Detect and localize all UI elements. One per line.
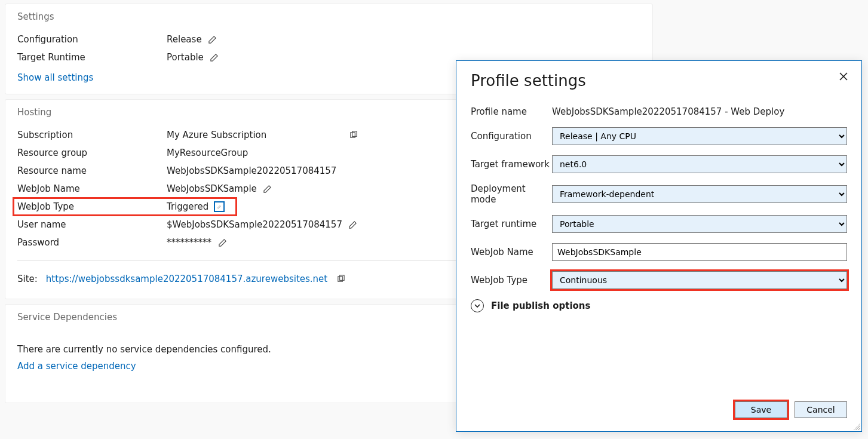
hosting-value: WebJobsSDKSample20220517084157 [167, 165, 336, 176]
dlg-label: Target framework [471, 159, 552, 170]
hosting-value: MyResourceGroup [167, 148, 248, 158]
dlg-row-webjob-name: WebJob Name [471, 243, 847, 261]
svg-rect-3 [339, 275, 344, 280]
hosting-label: User name [17, 219, 167, 230]
copy-icon[interactable] [336, 274, 345, 284]
hosting-label: WebJob Type [17, 201, 167, 212]
target-runtime-select[interactable]: Portable [552, 215, 847, 233]
settings-value: Release [167, 34, 202, 45]
add-service-dependency-link[interactable]: Add a service dependency [17, 361, 136, 372]
dlg-row-deployment-mode: Deployment mode Framework-dependent [471, 183, 847, 205]
pencil-icon[interactable] [217, 238, 227, 247]
dlg-label: WebJob Name [471, 247, 552, 257]
dlg-row-profile-name: Profile name WebJobsSDKSample20220517084… [471, 106, 847, 117]
pencil-icon[interactable] [208, 35, 217, 44]
settings-label: Configuration [17, 34, 167, 45]
svg-rect-2 [338, 276, 343, 281]
dialog-button-row: Save Cancel [735, 401, 847, 418]
hosting-label: Subscription [17, 130, 167, 140]
settings-row-configuration: Configuration Release [17, 30, 640, 48]
dlg-label: Configuration [471, 131, 552, 142]
settings-label: Target Runtime [17, 52, 167, 63]
webjob-type-select[interactable]: Continuous [552, 271, 847, 289]
svg-rect-1 [352, 131, 357, 136]
target-framework-select[interactable]: net6.0 [552, 155, 847, 173]
file-publish-options-label: File publish options [491, 300, 590, 311]
close-icon[interactable] [836, 69, 851, 84]
resize-grip-icon[interactable] [853, 423, 860, 430]
hosting-value: My Azure Subscription [167, 130, 266, 140]
dlg-label: Target runtime [471, 219, 552, 229]
settings-heading: Settings [17, 11, 640, 22]
hosting-row-webjob-type: WebJob Type Triggered [17, 198, 232, 216]
show-all-settings-link[interactable]: Show all settings [17, 72, 93, 83]
pencil-icon[interactable] [210, 53, 219, 62]
dialog-title: Profile settings [471, 72, 847, 90]
dlg-profile-name-value: WebJobsSDKSample20220517084157 - Web Dep… [552, 106, 847, 117]
hosting-site-label: Site: [17, 274, 38, 284]
pencil-icon[interactable] [263, 184, 272, 194]
webjob-name-input[interactable] [552, 243, 847, 261]
dlg-row-configuration: Configuration Release | Any CPU [471, 127, 847, 145]
hosting-value: WebJobsSDKSample [167, 183, 257, 194]
dlg-row-target-framework: Target framework net6.0 [471, 155, 847, 173]
cancel-button[interactable]: Cancel [795, 401, 847, 418]
save-button[interactable]: Save [735, 401, 787, 418]
settings-value: Portable [167, 52, 204, 63]
hosting-value: Triggered [167, 201, 208, 212]
hosting-label: WebJob Name [17, 183, 167, 194]
hosting-site-link[interactable]: https://webjobssdksample20220517084157.a… [46, 274, 327, 284]
hosting-value: ********** [167, 237, 211, 248]
hosting-label: Resource name [17, 165, 167, 176]
dlg-label: Deployment mode [471, 183, 552, 205]
dlg-label: WebJob Type [471, 275, 552, 285]
profile-settings-dialog: Profile settings Profile name WebJobsSDK… [456, 60, 862, 432]
chevron-down-icon[interactable] [471, 299, 484, 312]
dlg-row-webjob-type: WebJob Type Continuous [471, 271, 847, 289]
svg-rect-0 [350, 132, 355, 137]
file-publish-options-toggle[interactable]: File publish options [471, 299, 847, 312]
copy-icon[interactable] [348, 130, 358, 140]
hosting-value: $WebJobsSDKSample20220517084157 [167, 219, 342, 230]
pencil-icon[interactable] [214, 202, 224, 211]
dlg-label: Profile name [471, 106, 552, 117]
deployment-mode-select[interactable]: Framework-dependent [552, 185, 847, 203]
dlg-row-target-runtime: Target runtime Portable [471, 215, 847, 233]
hosting-label: Password [17, 237, 167, 248]
pencil-icon[interactable] [348, 220, 358, 229]
configuration-select[interactable]: Release | Any CPU [552, 127, 847, 145]
hosting-label: Resource group [17, 148, 167, 158]
